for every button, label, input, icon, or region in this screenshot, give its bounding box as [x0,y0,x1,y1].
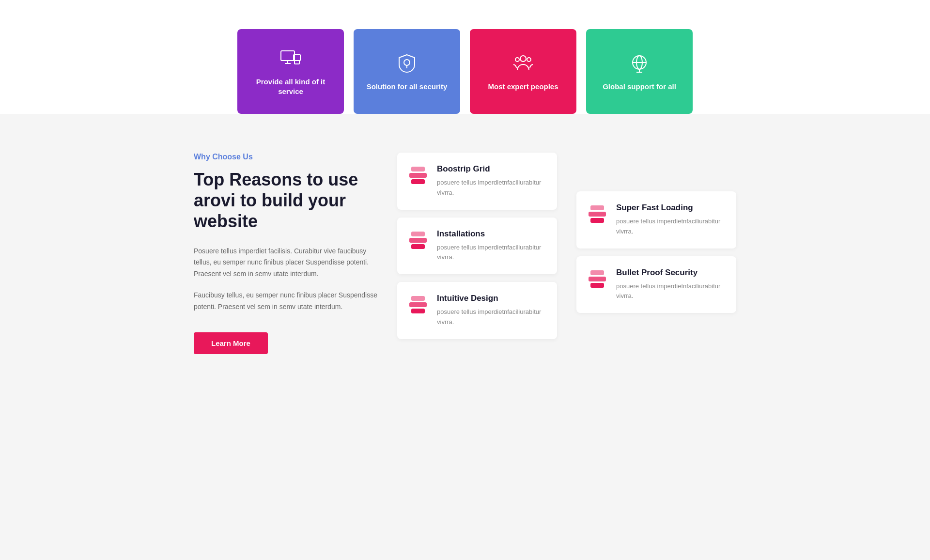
installations-title: Installations [437,229,547,239]
fast-loading-desc: posuere tellus imperdietnfaciliurabitur … [616,217,727,237]
bootstrap-icon [407,164,429,187]
stack-layers-icon [409,167,427,184]
card-security-label: Solution for all security [367,82,448,92]
globe-icon [628,52,651,75]
feature-card-installations: Installations posuere tellus imperdietnf… [397,218,557,275]
bootstrap-title: Boostrip Grid [437,164,547,174]
learn-more-button[interactable]: Learn More [194,332,268,354]
stack-layers-icon-4 [589,205,606,223]
card-security: Solution for all security [354,29,460,114]
svg-point-9 [515,58,519,62]
people-icon [512,52,535,75]
card-it-service-label: Provide all kind of it service [247,77,334,96]
intuitive-title: Intuitive Design [437,294,547,303]
cards-row: Provide all kind of it service Solution … [237,29,693,114]
desc2: Faucibusy tellus, eu semper nunc finibus… [194,290,378,313]
card-expert-label: Most expert peoples [488,82,558,92]
svg-point-8 [527,58,531,62]
feature-card-fast-loading: Super Fast Loading posuere tellus imperd… [576,191,736,249]
right-column: Super Fast Loading posuere tellus imperd… [576,153,736,354]
intuitive-desc: posuere tellus imperdietnfaciliurabitur … [437,307,547,327]
fast-loading-icon [586,203,608,225]
svg-point-5 [404,60,410,65]
top-section: Provide all kind of it service Solution … [0,0,930,114]
intuitive-content: Intuitive Design posuere tellus imperdie… [437,294,547,327]
svg-rect-0 [281,51,294,61]
installations-content: Installations posuere tellus imperdietnf… [437,229,547,263]
card-global: Global support for all [586,29,693,114]
why-choose-label: Why Choose Us [194,153,378,161]
bullet-proof-icon [586,268,608,290]
stack-layers-icon-3 [409,296,427,313]
bullet-proof-title: Bullet Proof Security [616,268,727,278]
feature-card-bootstrap: Boostrip Grid posuere tellus imperdietnf… [397,153,557,210]
middle-column: Boostrip Grid posuere tellus imperdietnf… [397,153,557,354]
svg-rect-4 [294,61,299,64]
main-inner: Why Choose Us Top Reasons to use arovi t… [174,153,756,354]
desc1: Posuere tellus imperdiet facilisis. Cura… [194,246,378,280]
stack-layers-icon-2 [409,232,427,249]
bootstrap-content: Boostrip Grid posuere tellus imperdietnf… [437,164,547,198]
installations-desc: posuere tellus imperdietnfaciliurabitur … [437,243,547,263]
monitor-icon [279,47,302,70]
stack-layers-icon-5 [589,270,606,288]
main-heading: Top Reasons to use arovi to build your w… [194,169,378,232]
bootstrap-desc: posuere tellus imperdietnfaciliurabitur … [437,178,547,198]
shield-icon [395,52,418,75]
feature-card-intuitive: Intuitive Design posuere tellus imperdie… [397,282,557,339]
card-it-service: Provide all kind of it service [237,29,344,114]
fast-loading-title: Super Fast Loading [616,203,727,213]
installations-icon [407,229,429,251]
bullet-proof-content: Bullet Proof Security posuere tellus imp… [616,268,727,302]
left-column: Why Choose Us Top Reasons to use arovi t… [194,153,378,354]
main-section: Why Choose Us Top Reasons to use arovi t… [0,114,930,393]
fast-loading-content: Super Fast Loading posuere tellus imperd… [616,203,727,237]
intuitive-icon [407,294,429,316]
feature-card-bullet-proof: Bullet Proof Security posuere tellus imp… [576,256,736,313]
card-global-label: Global support for all [603,82,676,92]
svg-point-7 [520,56,526,62]
bullet-proof-desc: posuere tellus imperdietnfaciliurabitur … [616,281,727,302]
card-expert: Most expert peoples [470,29,576,114]
